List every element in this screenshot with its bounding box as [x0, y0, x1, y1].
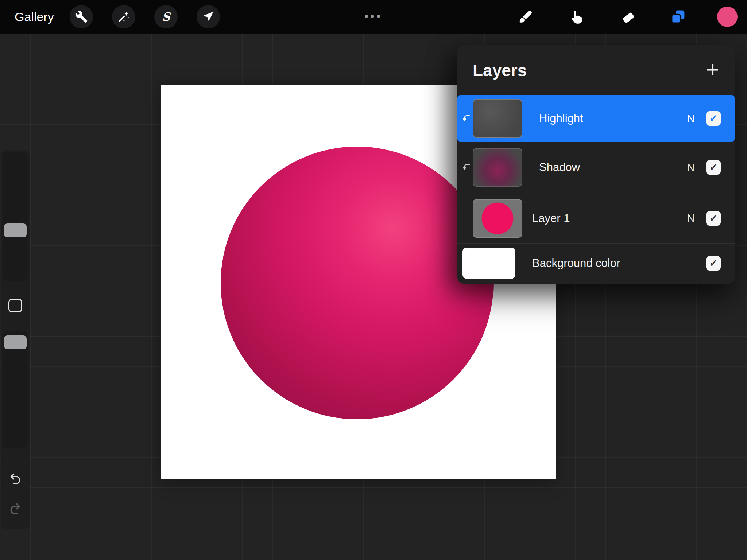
selection-button[interactable]: S [154, 5, 178, 28]
layer-row-background-color[interactable]: Background color ✓ [457, 243, 735, 283]
painted-sphere [221, 147, 494, 419]
modify-button[interactable] [8, 299, 22, 312]
brush-size-slider[interactable] [3, 152, 28, 281]
layer-visibility-checkbox[interactable]: ✓ [706, 111, 721, 126]
clipping-mask-icon [462, 114, 471, 123]
layer-row-layer1[interactable]: Layer 1 N ✓ [457, 193, 735, 243]
eraser-icon [620, 9, 636, 24]
paint-tool-button[interactable] [514, 5, 537, 28]
add-layer-button[interactable]: + [706, 58, 719, 83]
arrow-cursor-icon [202, 10, 215, 23]
eraser-tool-button[interactable] [616, 5, 640, 28]
color-circle-icon [717, 7, 738, 27]
layers-panel-header: Layers + [457, 45, 735, 95]
layer-name: Layer 1 [532, 212, 570, 225]
layer-thumbnail[interactable] [473, 199, 522, 238]
layers-tool-button[interactable] [666, 5, 690, 28]
brush-sidebar [1, 150, 30, 529]
blend-mode-button[interactable]: N [684, 162, 697, 174]
finger-icon [569, 9, 584, 24]
layer-row-highlight[interactable]: Highlight N ✓ [457, 95, 735, 142]
undo-icon [8, 471, 23, 486]
stacked-squares-icon [670, 9, 686, 25]
check-icon: ✓ [709, 113, 718, 124]
blend-mode-button[interactable]: N [684, 212, 697, 224]
check-icon: ✓ [709, 213, 718, 224]
brush-icon [518, 9, 533, 24]
layers-panel: Layers + Highlight N ✓ [457, 45, 735, 284]
wrench-icon [75, 10, 88, 23]
layer-thumbnail[interactable] [473, 99, 522, 138]
layer-visibility-checkbox[interactable]: ✓ [706, 160, 721, 175]
adjustments-button[interactable] [112, 5, 135, 28]
layer-thumbnail[interactable] [473, 148, 522, 187]
undo-button[interactable] [7, 470, 24, 487]
layer-name: Highlight [539, 112, 583, 125]
redo-button[interactable] [7, 500, 24, 517]
canvas-overflow-button[interactable]: ••• [364, 10, 383, 23]
brush-size-handle[interactable] [4, 223, 27, 237]
layers-panel-title: Layers [473, 61, 527, 80]
blend-mode-button[interactable]: N [684, 113, 697, 125]
layer-row-shadow[interactable]: Shadow N ✓ [457, 142, 735, 193]
layer-thumbnail[interactable] [462, 248, 515, 279]
magic-wand-icon [117, 10, 130, 23]
check-icon: ✓ [709, 257, 718, 269]
color-tool-button[interactable] [717, 5, 738, 28]
actions-button[interactable] [70, 5, 93, 28]
layer-name: Shadow [539, 161, 580, 174]
gallery-button[interactable]: Gallery [15, 10, 54, 24]
svg-text:S: S [162, 10, 171, 23]
clipping-mask-icon [462, 163, 471, 172]
s-ribbon-icon: S [159, 10, 173, 23]
procreate-screen: Gallery S [0, 0, 747, 560]
layer-visibility-checkbox[interactable]: ✓ [706, 211, 721, 226]
layer-name: Background color [532, 257, 620, 270]
layer-visibility-checkbox[interactable]: ✓ [706, 256, 721, 271]
smudge-tool-button[interactable] [565, 5, 588, 28]
brush-opacity-handle[interactable] [4, 335, 27, 349]
check-icon: ✓ [709, 162, 718, 173]
transform-button[interactable] [197, 5, 220, 28]
top-toolbar: Gallery S [0, 0, 747, 34]
redo-icon [8, 501, 23, 516]
